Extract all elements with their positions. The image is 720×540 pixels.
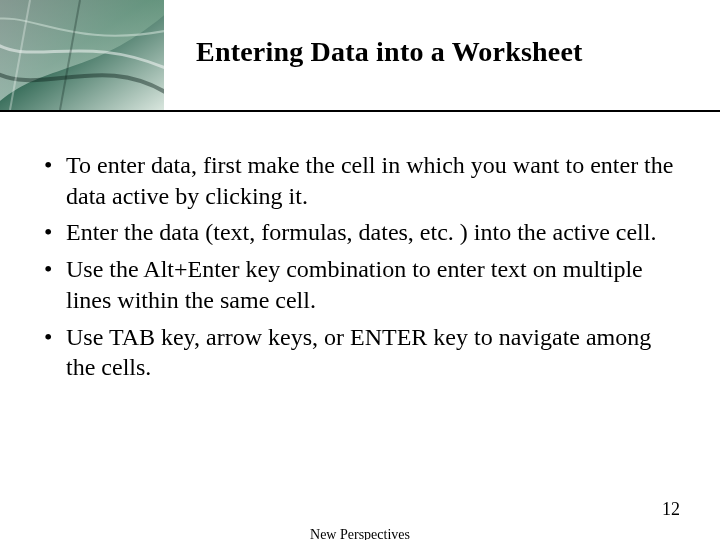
slide-title: Entering Data into a Worksheet xyxy=(196,36,583,68)
footer-line-1: New Perspectives xyxy=(0,526,720,540)
header-band: Entering Data into a Worksheet xyxy=(0,0,720,112)
bullet-item: Use TAB key, arrow keys, or ENTER key to… xyxy=(38,322,678,383)
decorative-corner-image xyxy=(0,0,164,110)
body-content: To enter data, first make the cell in wh… xyxy=(38,150,678,389)
bullet-item: To enter data, first make the cell in wh… xyxy=(38,150,678,211)
page-number: 12 xyxy=(662,499,680,520)
footer-text: New Perspectives on Microsoft Office Exc… xyxy=(0,526,720,540)
header-divider xyxy=(0,110,720,112)
bullet-list: To enter data, first make the cell in wh… xyxy=(38,150,678,383)
bullet-item: Use the Alt+Enter key combination to ent… xyxy=(38,254,678,315)
bullet-item: Enter the data (text, formulas, dates, e… xyxy=(38,217,678,248)
slide: Entering Data into a Worksheet To enter … xyxy=(0,0,720,540)
